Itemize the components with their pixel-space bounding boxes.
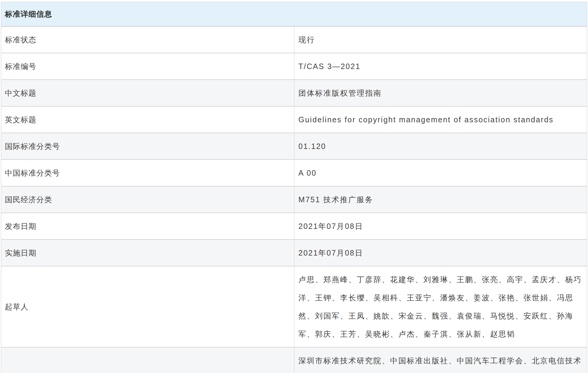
table-row-publish-date: 发布日期 2021年07月08日 [1, 213, 587, 239]
table-row-standard-number: 标准编号 T/CAS 3—2021 [1, 53, 587, 80]
page-title: 标准详细信息 [1, 2, 587, 27]
row-label: 中文标题 [1, 80, 294, 106]
row-label: 起草人 [1, 266, 294, 347]
row-value: 现行 [294, 26, 587, 53]
row-value: M751 技术推广服务 [294, 186, 587, 213]
row-label: 中国标准分类号 [1, 160, 294, 186]
table-body: 标准状态 现行 标准编号 T/CAS 3—2021 中文标题 团体标准版权管理指… [1, 26, 587, 373]
row-value: A 00 [294, 160, 587, 186]
row-value: 卢思、郑燕峰、丁彦辞、花建华、刘雅琳、王鹏、张亮、高宇、孟庆才、杨巧洋、王钾、李… [294, 266, 587, 347]
row-label: 标准状态 [1, 26, 294, 53]
row-value: 团体标准版权管理指南 [294, 80, 587, 106]
table-row-economic-classification: 国民经济分类 M751 技术推广服务 [1, 186, 587, 213]
row-label [1, 347, 294, 373]
table-row-english-title: 英文标题 Guidelines for copyright management… [1, 106, 587, 133]
row-label: 国民经济分类 [1, 186, 294, 213]
row-value: Guidelines for copyright management of a… [294, 106, 587, 133]
standard-detail-table: 标准详细信息 标准状态 现行 标准编号 T/CAS 3—2021 中文标题 团体… [1, 2, 587, 373]
row-label: 国际标准分类号 [1, 133, 294, 160]
row-label: 发布日期 [1, 213, 294, 239]
row-label: 标准编号 [1, 53, 294, 80]
table-row-standard-status: 标准状态 现行 [1, 26, 587, 53]
table-row-ics-number: 国际标准分类号 01.120 [1, 133, 587, 160]
table-row-ccs-number: 中国标准分类号 A 00 [1, 160, 587, 186]
row-value: 01.120 [294, 133, 587, 160]
row-label: 英文标题 [1, 106, 294, 133]
row-value: 2021年07月08日 [294, 239, 587, 266]
row-label: 实施日期 [1, 239, 294, 266]
standard-detail-page: 标准详细信息 标准状态 现行 标准编号 T/CAS 3—2021 中文标题 团体… [0, 0, 588, 373]
row-value: 深圳市标准技术研究院、中国标准出版社、中国汽车工程学会、北京电信技术发展产业协会… [294, 347, 587, 373]
table-title-row: 标准详细信息 [1, 2, 587, 27]
table-row-drafters: 起草人 卢思、郑燕峰、丁彦辞、花建华、刘雅琳、王鹏、张亮、高宇、孟庆才、杨巧洋、… [1, 266, 587, 347]
row-value: 2021年07月08日 [294, 213, 587, 239]
table-row-chinese-title: 中文标题 团体标准版权管理指南 [1, 80, 587, 106]
table-row-drafting-organizations: 深圳市标准技术研究院、中国标准出版社、中国汽车工程学会、北京电信技术发展产业协会… [1, 347, 587, 373]
row-value: T/CAS 3—2021 [294, 53, 587, 80]
table-header: 标准详细信息 [1, 2, 587, 27]
table-row-implement-date: 实施日期 2021年07月08日 [1, 239, 587, 266]
